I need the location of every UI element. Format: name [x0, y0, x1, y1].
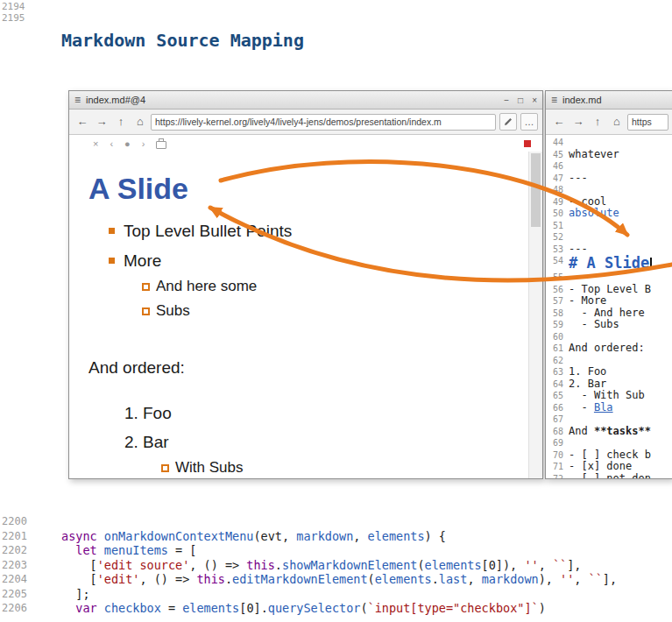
hamburger-icon[interactable]: ≡: [551, 94, 557, 106]
source-line[interactable]: 45whatever: [546, 149, 672, 161]
source-line[interactable]: 61And ordered:: [546, 343, 672, 355]
source-line[interactable]: 60: [546, 331, 672, 343]
source-line[interactable]: 50absolute: [546, 208, 672, 220]
url-input[interactable]: [151, 114, 496, 131]
gutter-line-number: 2195: [2, 12, 25, 24]
back-icon[interactable]: ←: [550, 113, 568, 131]
source-line[interactable]: 68And **tasks**: [546, 426, 672, 438]
source-line[interactable]: 70- [ ] check b: [546, 449, 672, 462]
code-line[interactable]: 2206 var checkbox = elements[0].querySel…: [0, 601, 672, 616]
window-title: index.md: [562, 95, 668, 105]
vertical-scrollbar[interactable]: [528, 152, 542, 478]
slide-dot-icon[interactable]: ●: [124, 138, 131, 149]
pencil-icon: [504, 117, 513, 126]
hamburger-icon[interactable]: ≡: [74, 94, 81, 106]
source-line[interactable]: 46: [546, 160, 672, 173]
source-line[interactable]: 49- cool: [546, 196, 672, 209]
screenshot-area: ≡ index.md#@4 − □ × ← → ↑ ⌂ …: [68, 90, 672, 477]
ordered-label: Foo: [143, 404, 172, 422]
home-icon[interactable]: ⌂: [608, 113, 626, 131]
close-icon[interactable]: ×: [532, 95, 537, 105]
forward-icon[interactable]: →: [569, 113, 587, 131]
slide-title: A Slide: [88, 172, 506, 206]
list-item: Top Level Bullet Points: [124, 222, 506, 241]
edit-pencil-icon[interactable]: [499, 113, 517, 131]
up-icon[interactable]: ↑: [589, 113, 606, 131]
source-line[interactable]: 642. Bar: [546, 378, 672, 391]
code-line[interactable]: 2201async onMarkdownContextMenu(evt, mar…: [0, 529, 672, 544]
code-line[interactable]: 2203 ['edit source', () => this.showMark…: [0, 558, 672, 573]
window-title: index.md#@4: [86, 95, 499, 105]
url-input[interactable]: [627, 114, 668, 131]
source-line[interactable]: 62: [546, 355, 672, 367]
browser-navbar: ← → ↑ ⌂ …: [69, 110, 542, 135]
source-line[interactable]: 52: [546, 231, 672, 244]
source-line[interactable]: 631. Foo: [546, 366, 672, 378]
bullet-label: Subs: [156, 302, 190, 319]
code-line[interactable]: 2204 ['edit', () => this.editMarkdownEle…: [0, 572, 672, 587]
maximize-icon[interactable]: □: [518, 95, 523, 105]
close-presentation-icon[interactable]: ×: [93, 138, 98, 149]
source-line[interactable]: 57- More: [546, 295, 672, 307]
text-cursor: [650, 258, 652, 270]
back-icon[interactable]: ←: [74, 113, 91, 131]
rendered-markdown-window: ≡ index.md#@4 − □ × ← → ↑ ⌂ …: [68, 90, 543, 479]
code-lines: 22002201async onMarkdownContextMenu(evt,…: [0, 514, 672, 616]
bullet-label: More: [124, 251, 161, 270]
slide-bullet-list: Top Level Bullet Points More And here so…: [88, 222, 506, 320]
source-line[interactable]: 44: [546, 137, 672, 149]
page-title: Markdown Source Mapping: [61, 30, 304, 51]
gutter-line-number: 2194: [2, 1, 25, 12]
slide-sub-list: And here some Subs: [124, 278, 506, 320]
source-line[interactable]: 67: [546, 413, 672, 426]
source-lines: 4445whatever4647---4849- cool50absolute5…: [546, 135, 672, 478]
code-line[interactable]: 2202 let menuItems = [: [0, 543, 672, 558]
list-item: Foo: [143, 404, 506, 423]
source-line[interactable]: 58 - And here: [546, 307, 672, 320]
source-line[interactable]: 47---: [546, 173, 672, 185]
source-line[interactable]: 71- [x] done: [546, 461, 672, 473]
scrollbar-thumb[interactable]: [531, 153, 541, 227]
list-item: Subs: [156, 302, 506, 320]
up-icon[interactable]: ↑: [112, 113, 130, 131]
record-indicator[interactable]: [524, 140, 531, 147]
outer-line-gutter: 2194 2195: [2, 1, 25, 24]
source-line[interactable]: 72- [ ] not don: [546, 473, 672, 479]
source-line[interactable]: 56- Top Level B: [546, 284, 672, 296]
minimize-icon[interactable]: −: [504, 95, 509, 105]
prev-slide-icon[interactable]: ‹: [110, 138, 113, 149]
next-slide-icon[interactable]: ›: [142, 138, 145, 149]
ordered-label: Bar: [143, 433, 169, 451]
slide-sub-list: With Subs: [143, 459, 506, 477]
slide-ordered-list: Foo Bar With Subs: [88, 404, 506, 477]
list-item: More And here some Subs: [124, 251, 506, 320]
source-line[interactable]: 54# A Slide: [546, 255, 672, 272]
source-line[interactable]: 53---: [546, 244, 672, 256]
source-line[interactable]: 66 - Bla: [546, 402, 672, 414]
bullet-label: With Subs: [175, 459, 243, 476]
presentation-toolbar: × ‹ ● ›: [69, 135, 542, 152]
ordered-intro-text: And ordered:: [88, 358, 506, 378]
print-icon[interactable]: [156, 141, 166, 149]
source-line[interactable]: 69: [546, 437, 672, 449]
browser-navbar: ← → ↑ ⌂: [546, 110, 672, 135]
source-line[interactable]: 51: [546, 220, 672, 232]
source-line[interactable]: 55: [546, 272, 672, 284]
bullet-label: And here some: [156, 278, 257, 294]
source-line[interactable]: 59 - Subs: [546, 319, 672, 331]
source-editor-window: ≡ index.md ← → ↑ ⌂ 4445whatever4647---48…: [545, 90, 672, 479]
source-line[interactable]: 65 - With Sub: [546, 390, 672, 402]
source-line[interactable]: 48: [546, 184, 672, 196]
code-line[interactable]: 2205 ];: [0, 587, 672, 602]
bullet-label: Top Level Bullet Points: [124, 222, 292, 240]
code-line[interactable]: 2200: [0, 514, 672, 529]
page: 2194 2195 Markdown Source Mapping ≡ inde…: [0, 0, 672, 622]
list-item: Bar With Subs: [143, 433, 506, 477]
home-icon[interactable]: ⌂: [131, 113, 149, 131]
more-options-icon[interactable]: …: [520, 113, 538, 131]
list-item: With Subs: [175, 459, 506, 477]
window-titlebar[interactable]: ≡ index.md#@4 − □ ×: [69, 91, 542, 110]
forward-icon[interactable]: →: [93, 113, 110, 131]
slide-content: A Slide Top Level Bullet Points More And…: [69, 152, 542, 478]
window-titlebar[interactable]: ≡ index.md: [546, 91, 672, 110]
